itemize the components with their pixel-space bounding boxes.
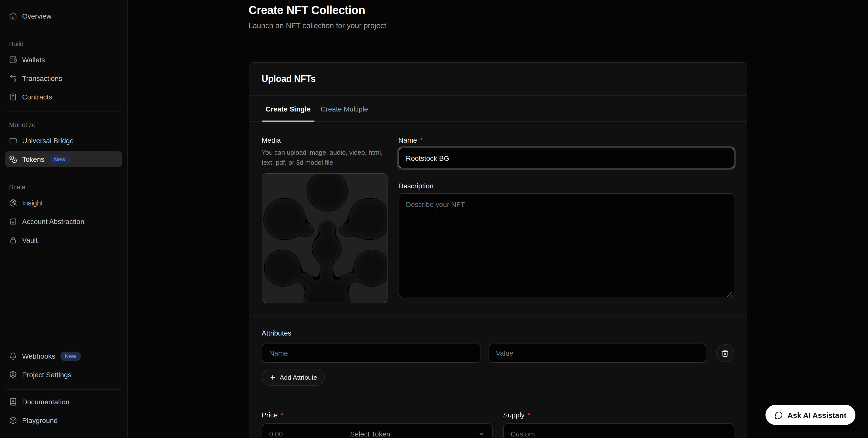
app-window: Overview Build Wallets Transactions Cont… <box>0 0 868 438</box>
supply-column: Supply * <box>503 412 734 438</box>
nft-name-input[interactable] <box>398 148 734 169</box>
sidebar-item-vault[interactable]: Vault <box>5 232 122 248</box>
page-subtitle: Launch an NFT collection for your projec… <box>249 21 747 30</box>
media-column: Media You can upload image, audio, video… <box>261 137 387 304</box>
contract-note-icon <box>9 93 17 101</box>
sidebar-spacer <box>5 250 122 348</box>
description-label: Description <box>398 182 734 190</box>
gear-icon <box>9 371 17 379</box>
sidebar-divider <box>6 389 121 390</box>
smart-account-icon <box>9 217 17 226</box>
chat-bubble-icon <box>774 411 783 419</box>
sidebar-divider <box>6 31 121 31</box>
delete-attribute-button[interactable] <box>716 344 734 362</box>
sidebar: Overview Build Wallets Transactions Cont… <box>0 0 128 438</box>
book-icon <box>9 398 17 406</box>
name-label: Name * <box>398 137 734 144</box>
attribute-value-input[interactable] <box>488 344 706 363</box>
page-title: Create NFT Collection <box>249 3 747 18</box>
tab-create-single[interactable]: Create Single <box>261 96 315 121</box>
sidebar-item-insight[interactable]: Insight <box>5 195 122 211</box>
price-amount-input[interactable] <box>262 424 343 438</box>
attribute-row <box>261 344 734 363</box>
sidebar-item-documentation[interactable]: Documentation <box>5 394 122 410</box>
sidebar-item-label: Wallets <box>22 56 45 64</box>
sidebar-item-label: Project Settings <box>22 371 71 379</box>
sidebar-item-label: Playground <box>22 416 58 425</box>
sidebar-item-label: Webhooks <box>22 352 55 360</box>
media-label: Media <box>261 137 387 144</box>
package-search-icon <box>9 199 17 207</box>
media-help-text: You can upload image, audio, video, html… <box>261 148 387 168</box>
price-column: Price * Select Token <box>261 412 493 438</box>
required-asterisk: * <box>528 412 530 419</box>
sidebar-section-build: Build <box>5 40 122 48</box>
nft-description-textarea[interactable] <box>398 194 734 298</box>
nft-form-section: Media You can upload image, audio, video… <box>249 122 747 316</box>
sidebar-item-label: Transactions <box>22 74 62 82</box>
sidebar-divider <box>6 111 121 112</box>
sidebar-section-monetize: Monetize <box>5 121 122 129</box>
main-content: Create NFT Collection Launch an NFT coll… <box>128 0 868 438</box>
price-label: Price * <box>261 412 493 419</box>
sidebar-item-label: Universal Bridge <box>22 137 74 145</box>
supply-input[interactable] <box>503 424 734 438</box>
sidebar-item-overview[interactable]: Overview <box>5 8 122 24</box>
home-icon <box>9 12 17 20</box>
coins-icon <box>9 155 17 163</box>
sidebar-item-label: Contracts <box>22 93 52 101</box>
media-upload-preview[interactable] <box>261 173 387 304</box>
required-asterisk: * <box>281 412 283 419</box>
header-divider <box>128 45 868 45</box>
lock-icon <box>9 236 17 244</box>
sidebar-item-label: Documentation <box>22 398 69 406</box>
sidebar-item-account-abstraction[interactable]: Account Abstraction <box>5 213 122 230</box>
tab-bar: Create Single Create Multiple <box>249 96 747 122</box>
sidebar-item-playground[interactable]: Playground <box>5 412 122 429</box>
sidebar-item-label: Account Abstraction <box>22 217 85 226</box>
credit-card-icon <box>9 137 17 145</box>
chevron-down-icon <box>478 431 485 438</box>
ask-ai-assistant-button[interactable]: Ask AI Assistant <box>765 405 856 425</box>
cube-icon <box>9 416 17 425</box>
sidebar-item-wallets[interactable]: Wallets <box>5 52 122 68</box>
new-badge: New <box>60 351 81 361</box>
sidebar-item-universal-bridge[interactable]: Universal Bridge <box>5 133 122 149</box>
supply-label: Supply * <box>503 412 734 419</box>
fields-column: Name * Description <box>398 137 734 304</box>
wallet-icon <box>9 56 17 64</box>
sidebar-item-label: Overview <box>22 12 52 20</box>
arrows-left-right-icon <box>9 74 17 82</box>
attribute-name-input[interactable] <box>261 344 481 363</box>
attributes-section: Attributes Add <box>249 316 747 400</box>
sidebar-item-contracts[interactable]: Contracts <box>5 89 122 105</box>
nft-artwork-image <box>262 174 387 304</box>
trash-icon <box>721 349 729 357</box>
sidebar-item-webhooks[interactable]: Webhooks New <box>5 348 122 364</box>
sidebar-item-project-settings[interactable]: Project Settings <box>5 367 122 383</box>
sidebar-item-transactions[interactable]: Transactions <box>5 70 122 87</box>
sidebar-divider <box>6 174 121 174</box>
new-badge: New <box>50 155 70 164</box>
required-asterisk: * <box>420 137 423 144</box>
card-title: Upload NFTs <box>261 74 734 85</box>
price-supply-section: Price * Select Token <box>249 400 747 438</box>
price-input-group: Select Token <box>261 424 493 438</box>
sidebar-item-label: Insight <box>22 199 43 207</box>
tab-create-multiple[interactable]: Create Multiple <box>317 96 372 121</box>
sidebar-item-label: Tokens <box>22 155 44 163</box>
sidebar-item-label: Vault <box>22 236 38 244</box>
attributes-label: Attributes <box>261 330 734 337</box>
sidebar-item-tokens[interactable]: Tokens New <box>5 151 122 167</box>
add-attribute-button[interactable]: Add Attribute <box>261 369 325 386</box>
card-header: Upload NFTs <box>249 63 747 96</box>
bell-icon <box>9 352 17 360</box>
token-select-dropdown[interactable]: Select Token <box>343 424 492 438</box>
upload-nfts-card: Upload NFTs Create Single Create Multipl… <box>249 63 747 438</box>
plus-icon <box>269 374 276 381</box>
sidebar-section-scale: Scale <box>5 183 122 191</box>
